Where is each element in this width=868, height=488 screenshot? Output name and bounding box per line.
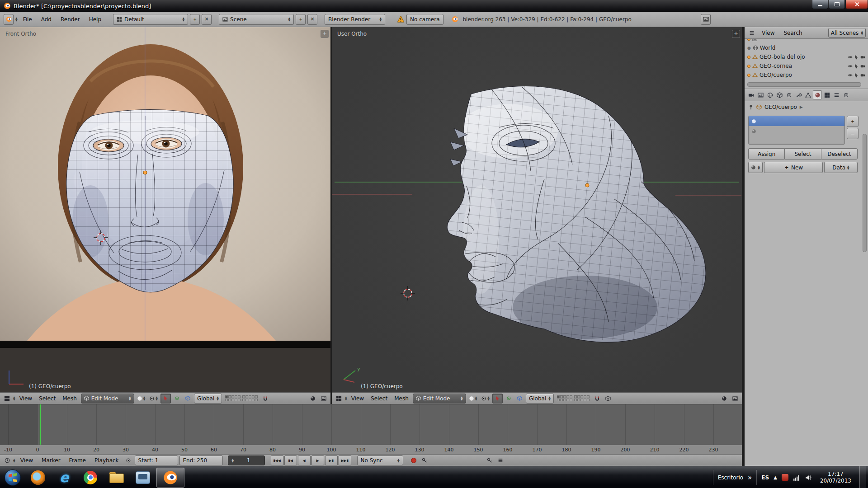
tab-object[interactable]: [775, 90, 784, 99]
new-material-button[interactable]: ＋ New: [764, 162, 823, 173]
expand-icon[interactable]: ●: [747, 46, 751, 50]
network-tray-icon[interactable]: [793, 474, 800, 481]
tab-particles[interactable]: [832, 90, 841, 99]
taskbar-explorer-button[interactable]: [104, 468, 129, 488]
show-desktop-button[interactable]: [859, 466, 866, 488]
tab-modifiers[interactable]: [794, 90, 803, 99]
menu-add[interactable]: Add: [38, 16, 55, 23]
snap-toggle[interactable]: [593, 394, 602, 403]
menu-view[interactable]: View: [349, 395, 367, 402]
properties-scrollbar[interactable]: [863, 134, 867, 252]
menu-select[interactable]: Select: [36, 395, 58, 402]
pivot-dropdown[interactable]: [480, 394, 491, 403]
menu-view[interactable]: View: [17, 395, 35, 402]
frame-end-field[interactable]: End: 250: [179, 455, 223, 465]
tab-physics[interactable]: [841, 90, 850, 99]
add-scene-button[interactable]: ＋: [296, 14, 306, 25]
orientation-dropdown[interactable]: Global: [526, 394, 554, 404]
render-opengl-anim-button[interactable]: [730, 394, 740, 403]
timeline-track[interactable]: [0, 404, 742, 445]
tab-texture[interactable]: [822, 90, 831, 99]
toolbar-chevron[interactable]: »: [748, 474, 752, 482]
taskbar-firefox-button[interactable]: [25, 468, 51, 488]
taskbar-ie-button[interactable]: e: [52, 468, 77, 488]
time-display-toggle[interactable]: [124, 456, 133, 465]
tab-data[interactable]: [803, 90, 812, 99]
editor-type-button[interactable]: [2, 394, 12, 403]
outliner-scrollbar[interactable]: [747, 82, 861, 87]
record-button[interactable]: [409, 456, 419, 465]
language-indicator[interactable]: ES: [761, 474, 769, 481]
menu-help[interactable]: Help: [85, 16, 105, 23]
timeline-menu-view[interactable]: View: [17, 457, 37, 464]
menu-mesh[interactable]: Mesh: [60, 395, 80, 402]
assign-button[interactable]: Assign: [748, 148, 785, 160]
outliner-filter-dropdown[interactable]: All Scenes: [828, 28, 866, 38]
play-reverse-button[interactable]: ◀: [298, 455, 311, 465]
renderability-icon[interactable]: [860, 64, 865, 69]
menu-file[interactable]: File: [19, 16, 36, 23]
minimize-button[interactable]: [812, 0, 828, 9]
manipulator-scale-toggle[interactable]: [515, 394, 524, 403]
pin-icon[interactable]: [748, 104, 754, 110]
outliner-menu-search[interactable]: Search: [780, 30, 806, 36]
material-slot-list[interactable]: [748, 116, 845, 145]
selectability-icon[interactable]: [854, 55, 859, 60]
viewport-shading-dropdown[interactable]: [467, 394, 479, 403]
manipulator-rotate-toggle[interactable]: [504, 394, 514, 403]
menu-select[interactable]: Select: [368, 395, 390, 402]
material-slot-selected[interactable]: [749, 116, 844, 126]
snap-element-dropdown[interactable]: [604, 394, 613, 403]
layers-widget[interactable]: [225, 395, 258, 401]
manipulator-rotate-toggle[interactable]: [172, 394, 182, 403]
snap-toggle[interactable]: [261, 394, 270, 403]
timeline-editor-button[interactable]: [2, 456, 12, 465]
editor-collapse-arrows[interactable]: [15, 17, 18, 21]
antivirus-tray-icon[interactable]: [782, 474, 788, 481]
outliner-item-cornea[interactable]: GEO-cornea: [745, 61, 868, 70]
mode-dropdown[interactable]: Edit Mode: [413, 394, 466, 404]
screen-layout-selector[interactable]: Default: [113, 14, 188, 25]
scene-selector[interactable]: Scene: [219, 14, 294, 25]
timeline-menu-frame[interactable]: Frame: [66, 457, 90, 464]
timeline-menu-marker[interactable]: Marker: [38, 457, 64, 464]
menu-mesh[interactable]: Mesh: [392, 395, 411, 402]
timeline-menu-playback[interactable]: Playback: [91, 457, 123, 464]
taskbar-clock[interactable]: 17:17 20/07/2013: [816, 471, 855, 484]
outliner-item-eyeball[interactable]: GEO-bola del ojo: [745, 52, 868, 61]
deselect-button[interactable]: Deselect: [821, 148, 858, 160]
render-opengl-button[interactable]: [719, 394, 729, 403]
play-button[interactable]: ▶: [311, 455, 324, 465]
current-frame-field[interactable]: 1: [228, 455, 265, 465]
orientation-dropdown[interactable]: Global: [194, 394, 222, 404]
remove-slot-button[interactable]: −: [847, 128, 859, 139]
hidden-icons-arrow[interactable]: ▲: [774, 475, 777, 480]
start-button[interactable]: [1, 468, 24, 488]
delete-keyframe-button[interactable]: [496, 456, 505, 465]
previous-keyframe-button[interactable]: ▮◀: [284, 455, 297, 465]
selectability-icon[interactable]: [854, 64, 859, 69]
visibility-eye-icon[interactable]: [848, 73, 853, 78]
tab-constraints[interactable]: [784, 90, 793, 99]
region-expand-icon[interactable]: +: [732, 30, 740, 38]
next-keyframe-button[interactable]: ▶▮: [325, 455, 338, 465]
region-expand-icon[interactable]: +: [321, 30, 329, 38]
outliner-item-world[interactable]: ● World: [745, 43, 868, 52]
frame-dec-arrows[interactable]: [232, 459, 234, 463]
render-opengl-button[interactable]: [308, 394, 317, 403]
menu-render[interactable]: Render: [57, 16, 84, 23]
close-button[interactable]: [845, 0, 868, 9]
render-opengl-anim-button[interactable]: [319, 394, 328, 403]
sync-dropdown[interactable]: No Sync: [357, 455, 403, 465]
renderability-icon[interactable]: [860, 73, 865, 78]
blender-menu-button[interactable]: [4, 14, 14, 25]
screenshot-button[interactable]: [701, 14, 711, 25]
volume-tray-icon[interactable]: [805, 474, 812, 481]
viewport-shading-dropdown[interactable]: [136, 394, 147, 403]
jump-to-start-button[interactable]: ▮◀◀: [271, 455, 283, 465]
material-slot[interactable]: [749, 126, 844, 136]
keying-set-button[interactable]: [420, 456, 429, 465]
current-frame-indicator[interactable]: [40, 404, 41, 445]
visibility-eye-icon[interactable]: [848, 64, 853, 69]
jump-to-end-button[interactable]: ▶▶▮: [339, 455, 351, 465]
